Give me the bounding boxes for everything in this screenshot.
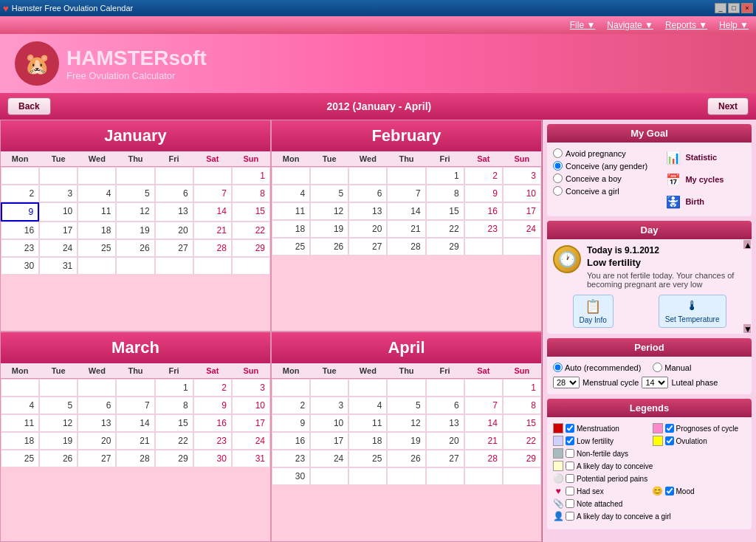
manual-radio-label[interactable]: Manual (653, 363, 691, 372)
day-cell[interactable]: 21 (464, 432, 503, 450)
goal-conceive-girl-radio[interactable] (553, 186, 563, 196)
day-cell[interactable]: 24 (232, 432, 270, 450)
period-pains-check[interactable] (566, 474, 574, 483)
goal-conceive-any-radio[interactable] (553, 161, 563, 171)
day-cell[interactable]: 9 (193, 397, 232, 414)
auto-radio-label[interactable]: Auto (recommended) (553, 363, 641, 372)
day-cell[interactable]: 7 (116, 397, 154, 414)
day-info-button[interactable]: 📋 Day Info (573, 295, 614, 328)
day-cell[interactable]: 23 (1, 239, 39, 257)
cycle-length-select[interactable]: 28 (553, 377, 580, 388)
day-cell[interactable]: 6 (78, 397, 116, 414)
low-fertility-check[interactable] (566, 436, 574, 445)
day-cell[interactable]: 8 (426, 185, 464, 202)
scroll-up[interactable]: ▲ (743, 240, 751, 249)
day-cell[interactable]: 15 (155, 414, 193, 432)
day-cell[interactable]: 27 (426, 450, 464, 467)
day-cell[interactable]: 28 (193, 239, 232, 257)
day-cell[interactable]: 2 (193, 379, 232, 397)
day-cell[interactable]: 13 (155, 202, 193, 222)
day-cell[interactable]: 2 (1, 185, 39, 202)
day-cell[interactable]: 14 (387, 202, 425, 220)
day-cell[interactable]: 23 (272, 450, 310, 467)
day-cell[interactable]: 16 (272, 432, 310, 450)
day-cell[interactable]: 24 (39, 239, 78, 257)
day-cell[interactable]: 24 (310, 450, 348, 467)
day-cell[interactable]: 30 (272, 467, 310, 485)
day-cell[interactable]: 4 (78, 185, 116, 202)
day-cell[interactable]: 22 (232, 222, 270, 239)
day-cell[interactable]: 5 (387, 397, 425, 414)
day-cell[interactable]: 20 (348, 220, 387, 238)
close-button[interactable]: × (741, 3, 753, 13)
my-cycles-button[interactable]: 📅 My cycles (664, 171, 746, 188)
day-cell[interactable]: 7 (464, 397, 503, 414)
goal-avoid-radio[interactable] (553, 148, 563, 158)
day-cell[interactable]: 28 (464, 450, 503, 467)
mood-check[interactable] (665, 487, 674, 495)
day-cell[interactable]: 10 (503, 185, 541, 202)
day-cell[interactable]: 22 (426, 220, 464, 238)
minimize-button[interactable]: _ (715, 3, 726, 13)
day-cell[interactable]: 8 (155, 397, 193, 414)
day-cell[interactable]: 24 (503, 220, 541, 238)
goal-conceive-boy[interactable]: Conceive a boy (553, 174, 659, 183)
day-cell[interactable]: 29 (503, 450, 541, 467)
day-cell[interactable]: 27 (348, 238, 387, 255)
day-cell[interactable]: 16 (193, 414, 232, 432)
day-cell[interactable]: 18 (78, 222, 116, 239)
day-cell[interactable]: 8 (232, 185, 270, 202)
day-cell[interactable]: 15 (503, 414, 541, 432)
auto-radio[interactable] (553, 363, 563, 372)
navigate-menu[interactable]: Navigate ▼ (607, 20, 653, 30)
day-cell[interactable]: 12 (39, 414, 78, 432)
day-cell[interactable]: 6 (426, 397, 464, 414)
day-cell[interactable]: 17 (503, 202, 541, 220)
day-cell[interactable]: 15 (232, 202, 270, 222)
day-cell[interactable]: 18 (272, 220, 310, 238)
day-cell[interactable]: 5 (116, 185, 154, 202)
back-button[interactable]: Back (7, 97, 51, 115)
goal-conceive-any[interactable]: Conceive (any gender) (553, 161, 659, 171)
day-cell[interactable]: 30 (1, 257, 39, 275)
day-cell[interactable]: 1 (232, 167, 270, 185)
day-cell[interactable]: 20 (78, 432, 116, 450)
day-cell[interactable]: 20 (426, 432, 464, 450)
day-cell[interactable]: 21 (387, 220, 425, 238)
day-cell[interactable]: 17 (39, 222, 78, 239)
day-cell[interactable]: 12 (387, 414, 425, 432)
day-cell[interactable]: 6 (348, 185, 387, 202)
day-cell[interactable]: 27 (155, 239, 193, 257)
day-cell[interactable]: 5 (310, 185, 348, 202)
non-fertile-check[interactable] (566, 449, 574, 458)
day-cell[interactable]: 4 (1, 397, 39, 414)
note-check[interactable] (566, 499, 574, 508)
likely-conceive-check[interactable] (566, 462, 574, 470)
day-cell[interactable]: 26 (39, 450, 78, 467)
birth-button[interactable]: 🚼 Birth (664, 193, 746, 210)
day-cell[interactable]: 9 (464, 185, 503, 202)
day-cell[interactable]: 28 (116, 450, 154, 467)
day-cell[interactable]: 25 (1, 450, 39, 467)
day-cell[interactable]: 2 (464, 167, 503, 185)
maximize-button[interactable]: □ (728, 3, 740, 13)
day-cell[interactable]: 8 (503, 397, 541, 414)
day-cell[interactable]: 22 (503, 432, 541, 450)
day-cell[interactable]: 18 (348, 432, 387, 450)
scroll-down[interactable]: ▼ (743, 324, 751, 333)
day-cell[interactable]: 26 (116, 239, 154, 257)
day-cell[interactable]: 1 (155, 379, 193, 397)
day-cell[interactable]: 7 (387, 185, 425, 202)
day-cell[interactable]: 18 (1, 432, 39, 450)
day-cell[interactable]: 4 (348, 397, 387, 414)
day-cell[interactable]: 25 (78, 239, 116, 257)
day-cell[interactable]: 12 (310, 202, 348, 220)
conceive-girl-check[interactable] (566, 512, 574, 521)
had-sex-check[interactable] (566, 487, 574, 495)
day-cell[interactable]: 4 (272, 185, 310, 202)
day-cell[interactable]: 13 (78, 414, 116, 432)
luteal-length-select[interactable]: 14 (642, 377, 668, 388)
day-cell[interactable]: 1 (426, 167, 464, 185)
day-cell[interactable]: 31 (232, 450, 270, 467)
prognoses-check[interactable] (665, 424, 674, 433)
